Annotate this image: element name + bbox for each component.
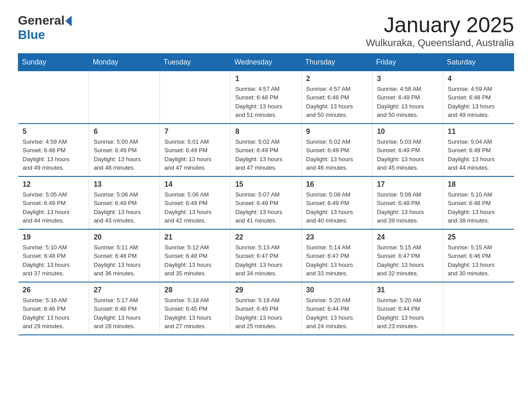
day-cell-12: 12Sunrise: 5:05 AM Sunset: 6:49 PM Dayli… bbox=[18, 176, 89, 229]
day-info: Sunrise: 4:57 AM Sunset: 6:48 PM Dayligh… bbox=[306, 85, 368, 120]
month-title: January 2025 bbox=[366, 13, 514, 37]
day-info: Sunrise: 5:17 AM Sunset: 6:46 PM Dayligh… bbox=[94, 296, 155, 331]
day-number: 15 bbox=[235, 180, 296, 188]
title-block: January 2025 Wulkuraka, Queensland, Aust… bbox=[366, 13, 514, 49]
day-info: Sunrise: 5:10 AM Sunset: 6:48 PM Dayligh… bbox=[23, 243, 85, 278]
day-cell-1: 1Sunrise: 4:57 AM Sunset: 6:48 PM Daylig… bbox=[231, 71, 301, 124]
empty-cell bbox=[443, 282, 514, 335]
day-info: Sunrise: 4:59 AM Sunset: 6:48 PM Dayligh… bbox=[23, 137, 85, 172]
day-number: 30 bbox=[306, 286, 368, 294]
day-number: 14 bbox=[164, 180, 226, 188]
week-row-4: 19Sunrise: 5:10 AM Sunset: 6:48 PM Dayli… bbox=[18, 229, 514, 282]
day-number: 31 bbox=[377, 286, 438, 294]
day-cell-25: 25Sunrise: 5:15 AM Sunset: 6:46 PM Dayli… bbox=[443, 229, 514, 282]
day-number: 11 bbox=[448, 128, 510, 136]
day-number: 24 bbox=[377, 233, 438, 241]
day-info: Sunrise: 5:20 AM Sunset: 6:44 PM Dayligh… bbox=[306, 296, 368, 331]
day-number: 8 bbox=[235, 128, 296, 136]
day-info: Sunrise: 5:13 AM Sunset: 6:47 PM Dayligh… bbox=[235, 243, 296, 278]
day-cell-9: 9Sunrise: 5:02 AM Sunset: 6:49 PM Daylig… bbox=[301, 124, 372, 176]
day-info: Sunrise: 5:09 AM Sunset: 6:48 PM Dayligh… bbox=[377, 190, 438, 225]
day-info: Sunrise: 5:15 AM Sunset: 6:47 PM Dayligh… bbox=[377, 243, 438, 278]
day-info: Sunrise: 5:15 AM Sunset: 6:46 PM Dayligh… bbox=[448, 243, 510, 278]
day-number: 22 bbox=[235, 233, 296, 241]
empty-cell bbox=[160, 71, 231, 124]
day-number: 6 bbox=[94, 128, 155, 136]
day-cell-26: 26Sunrise: 5:16 AM Sunset: 6:46 PM Dayli… bbox=[18, 282, 89, 335]
header-tuesday: Tuesday bbox=[160, 53, 231, 71]
header-monday: Monday bbox=[89, 53, 160, 71]
page-header: General Blue January 2025 Wulkuraka, Que… bbox=[18, 13, 514, 49]
day-number: 13 bbox=[94, 180, 155, 188]
day-info: Sunrise: 5:02 AM Sunset: 6:49 PM Dayligh… bbox=[235, 137, 296, 172]
day-number: 25 bbox=[448, 233, 510, 241]
day-number: 20 bbox=[94, 233, 155, 241]
day-info: Sunrise: 5:14 AM Sunset: 6:47 PM Dayligh… bbox=[306, 243, 368, 278]
day-cell-5: 5Sunrise: 4:59 AM Sunset: 6:48 PM Daylig… bbox=[18, 124, 89, 176]
week-row-5: 26Sunrise: 5:16 AM Sunset: 6:46 PM Dayli… bbox=[18, 282, 514, 335]
day-cell-30: 30Sunrise: 5:20 AM Sunset: 6:44 PM Dayli… bbox=[301, 282, 372, 335]
week-row-2: 5Sunrise: 4:59 AM Sunset: 6:48 PM Daylig… bbox=[18, 124, 514, 176]
day-info: Sunrise: 5:00 AM Sunset: 6:49 PM Dayligh… bbox=[94, 137, 155, 172]
day-cell-13: 13Sunrise: 5:06 AM Sunset: 6:49 PM Dayli… bbox=[89, 176, 160, 229]
day-info: Sunrise: 5:16 AM Sunset: 6:46 PM Dayligh… bbox=[23, 296, 85, 331]
week-row-1: 1Sunrise: 4:57 AM Sunset: 6:48 PM Daylig… bbox=[18, 71, 514, 124]
day-info: Sunrise: 4:59 AM Sunset: 6:48 PM Dayligh… bbox=[448, 85, 510, 120]
day-info: Sunrise: 5:18 AM Sunset: 6:45 PM Dayligh… bbox=[164, 296, 226, 331]
day-cell-2: 2Sunrise: 4:57 AM Sunset: 6:48 PM Daylig… bbox=[301, 71, 372, 124]
empty-cell bbox=[89, 71, 160, 124]
day-number: 19 bbox=[23, 233, 85, 241]
day-number: 1 bbox=[235, 75, 296, 83]
day-number: 5 bbox=[23, 128, 85, 136]
header-wednesday: Wednesday bbox=[231, 53, 301, 71]
day-number: 23 bbox=[306, 233, 368, 241]
day-info: Sunrise: 5:03 AM Sunset: 6:49 PM Dayligh… bbox=[377, 137, 438, 172]
calendar-header-row: SundayMondayTuesdayWednesdayThursdayFrid… bbox=[18, 53, 514, 71]
day-info: Sunrise: 5:10 AM Sunset: 6:48 PM Dayligh… bbox=[448, 190, 510, 225]
header-saturday: Saturday bbox=[443, 53, 514, 71]
header-sunday: Sunday bbox=[18, 53, 89, 71]
day-info: Sunrise: 5:20 AM Sunset: 6:44 PM Dayligh… bbox=[377, 296, 438, 331]
day-number: 10 bbox=[377, 128, 438, 136]
day-info: Sunrise: 5:19 AM Sunset: 6:45 PM Dayligh… bbox=[235, 296, 296, 331]
day-cell-17: 17Sunrise: 5:09 AM Sunset: 6:48 PM Dayli… bbox=[372, 176, 443, 229]
day-info: Sunrise: 5:06 AM Sunset: 6:49 PM Dayligh… bbox=[164, 190, 226, 225]
calendar-table: SundayMondayTuesdayWednesdayThursdayFrid… bbox=[18, 53, 514, 335]
day-info: Sunrise: 5:04 AM Sunset: 6:49 PM Dayligh… bbox=[448, 137, 510, 172]
day-number: 21 bbox=[164, 233, 226, 241]
day-cell-24: 24Sunrise: 5:15 AM Sunset: 6:47 PM Dayli… bbox=[372, 229, 443, 282]
day-info: Sunrise: 5:06 AM Sunset: 6:49 PM Dayligh… bbox=[94, 190, 155, 225]
day-number: 28 bbox=[164, 286, 226, 294]
day-number: 16 bbox=[306, 180, 368, 188]
logo: General Blue bbox=[18, 13, 72, 42]
day-info: Sunrise: 5:07 AM Sunset: 6:49 PM Dayligh… bbox=[235, 190, 296, 225]
day-cell-22: 22Sunrise: 5:13 AM Sunset: 6:47 PM Dayli… bbox=[231, 229, 301, 282]
day-cell-6: 6Sunrise: 5:00 AM Sunset: 6:49 PM Daylig… bbox=[89, 124, 160, 176]
day-number: 9 bbox=[306, 128, 368, 136]
location-title: Wulkuraka, Queensland, Australia bbox=[366, 37, 514, 49]
empty-cell bbox=[18, 71, 89, 124]
day-cell-20: 20Sunrise: 5:11 AM Sunset: 6:48 PM Dayli… bbox=[89, 229, 160, 282]
day-info: Sunrise: 4:58 AM Sunset: 6:48 PM Dayligh… bbox=[377, 85, 438, 120]
day-info: Sunrise: 4:57 AM Sunset: 6:48 PM Dayligh… bbox=[235, 85, 296, 120]
day-info: Sunrise: 5:01 AM Sunset: 6:49 PM Dayligh… bbox=[164, 137, 226, 172]
day-cell-29: 29Sunrise: 5:19 AM Sunset: 6:45 PM Dayli… bbox=[231, 282, 301, 335]
logo-general: General bbox=[18, 13, 64, 28]
day-cell-19: 19Sunrise: 5:10 AM Sunset: 6:48 PM Dayli… bbox=[18, 229, 89, 282]
day-cell-18: 18Sunrise: 5:10 AM Sunset: 6:48 PM Dayli… bbox=[443, 176, 514, 229]
day-cell-3: 3Sunrise: 4:58 AM Sunset: 6:48 PM Daylig… bbox=[372, 71, 443, 124]
day-info: Sunrise: 5:11 AM Sunset: 6:48 PM Dayligh… bbox=[94, 243, 155, 278]
day-cell-8: 8Sunrise: 5:02 AM Sunset: 6:49 PM Daylig… bbox=[231, 124, 301, 176]
day-info: Sunrise: 5:08 AM Sunset: 6:49 PM Dayligh… bbox=[306, 190, 368, 225]
day-cell-16: 16Sunrise: 5:08 AM Sunset: 6:49 PM Dayli… bbox=[301, 176, 372, 229]
day-number: 12 bbox=[23, 180, 85, 188]
logo-blue: Blue bbox=[18, 28, 45, 42]
day-number: 2 bbox=[306, 75, 368, 83]
day-number: 18 bbox=[448, 180, 510, 188]
day-cell-4: 4Sunrise: 4:59 AM Sunset: 6:48 PM Daylig… bbox=[443, 71, 514, 124]
day-number: 26 bbox=[23, 286, 85, 294]
day-cell-15: 15Sunrise: 5:07 AM Sunset: 6:49 PM Dayli… bbox=[231, 176, 301, 229]
day-cell-21: 21Sunrise: 5:12 AM Sunset: 6:48 PM Dayli… bbox=[160, 229, 231, 282]
header-thursday: Thursday bbox=[301, 53, 372, 71]
day-info: Sunrise: 5:05 AM Sunset: 6:49 PM Dayligh… bbox=[23, 190, 85, 225]
